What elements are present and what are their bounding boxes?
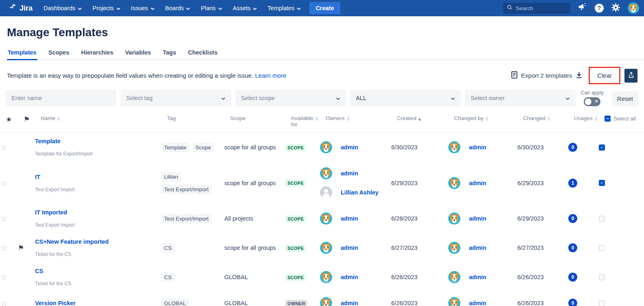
tab-variables[interactable]: Variables [124,49,152,59]
clear-button[interactable]: Clear [591,69,618,82]
megaphone-icon[interactable] [578,3,587,13]
tag-cell: Test Export/Import [161,214,224,223]
header-changed-by[interactable]: Changed by [450,115,523,121]
nav-item-dashboards[interactable]: Dashboards [38,0,87,16]
header-changed[interactable]: Changed [523,115,574,121]
star-filled-icon[interactable]: ★ [6,115,24,124]
template-description: Ticket for the CS [35,281,161,286]
type-filter-select[interactable]: ALL [350,90,461,106]
tag-chip: Scope [193,143,214,152]
nav-item-plans[interactable]: Plans [195,0,227,16]
dog-avatar [320,297,332,306]
changed-by-link[interactable]: admin [469,144,486,151]
available-for-cell: SCOPE [285,244,316,252]
row-checkbox-unchecked[interactable] [599,245,605,251]
help-icon[interactable]: ? [595,4,604,13]
page-title: Manage Templates [7,26,644,39]
changed-by-cell: admin [444,212,517,225]
tab-hierarchies[interactable]: Hierarchies [80,49,114,59]
tab-tags[interactable]: Tags [162,49,177,59]
name-filter-input[interactable] [6,90,116,106]
owner-filter-select[interactable]: Select owner [465,90,576,106]
template-name-link[interactable]: Template [35,138,161,144]
chevron-down-icon [218,5,222,11]
changed-by-link[interactable]: admin [469,245,486,251]
template-name-link[interactable]: Version Picker [35,300,161,306]
star-outline-icon[interactable]: ☆ [0,243,18,253]
star-outline-icon[interactable]: ☆ [0,142,18,152]
changed-by-link[interactable]: admin [469,300,486,306]
document-icon [511,71,518,80]
star-outline-icon[interactable]: ☆ [0,272,18,282]
template-name-link[interactable]: CS [35,268,161,274]
tag-cell: Template Scope [161,143,224,152]
changed-by-cell: admin [444,177,517,189]
chevron-down-icon [186,5,190,11]
star-outline-icon[interactable]: ☆ [0,298,18,306]
header-available-for[interactable]: Available for [291,115,322,127]
share-button[interactable] [624,69,637,83]
reset-button[interactable]: Reset [612,91,638,106]
header-owners[interactable]: Owners [322,115,397,121]
changed-by-link[interactable]: admin [469,180,486,186]
star-outline-icon[interactable]: ☆ [0,178,18,188]
tag-chip: CS [161,273,175,282]
header-usages[interactable]: Usages [574,115,605,121]
nav-item-issues[interactable]: Issues [126,0,160,16]
owner-link[interactable]: admin [341,245,358,251]
owner-link[interactable]: admin [341,215,358,222]
row-checkbox-checked[interactable]: ✓ [599,144,605,151]
table-row: ☆ IT Imported Test Export Import Test Ex… [0,204,644,233]
learn-more-link[interactable]: Learn more [255,72,287,79]
scope-badge: SCOPE [285,215,306,223]
name-cell: IT Test Export Import [35,174,161,192]
template-description: Template for Export/Import [35,151,161,157]
header-created[interactable]: Created [397,115,450,121]
toggle-knob [585,98,591,105]
tag-filter-select[interactable]: Select tag [120,90,231,106]
nav-item-boards[interactable]: Boards [160,0,196,16]
row-checkbox-checked[interactable]: ✓ [599,180,605,186]
row-checkbox-unchecked[interactable] [599,274,605,280]
template-name-link[interactable]: CS+New Feature imported [35,238,161,245]
tab-scopes[interactable]: Scopes [48,49,70,59]
flag-icon[interactable]: ⚑ [24,115,41,124]
owner-link[interactable]: admin [341,170,358,177]
star-outline-icon[interactable]: ☆ [0,214,18,223]
scope-filter-select[interactable]: Select scope [235,90,346,106]
jira-logo[interactable]: Jira [5,3,38,14]
global-search[interactable] [503,3,570,14]
nav-item-templates[interactable]: Templates [262,0,306,16]
owner-link[interactable]: admin [341,300,358,306]
changed-by-link[interactable]: admin [469,274,486,280]
available-for-cell: SCOPE [285,179,316,187]
tab-checklists[interactable]: Checklists [187,49,219,59]
owner-link[interactable]: Lillian Ashley [341,189,379,196]
header-name[interactable]: Name [41,115,167,121]
owner-link[interactable]: admin [341,144,358,151]
owner-link[interactable]: admin [341,274,358,280]
export-templates-button[interactable]: Export 2 templates [511,71,583,80]
header-tag: Tag [167,115,230,121]
created-cell: 6/27/2023 [391,245,444,251]
create-button[interactable]: Create [309,2,340,14]
tag-cell: CS [161,243,224,253]
can-apply-toggle[interactable]: × [584,97,600,106]
template-name-link[interactable]: IT Imported [35,209,161,216]
template-description: Ticket for the CS [35,251,161,257]
row-checkbox-unchecked[interactable] [599,300,605,306]
nav-item-projects[interactable]: Projects [87,0,125,16]
tab-templates[interactable]: Templates [7,49,37,59]
chevron-down-icon [221,95,226,101]
search-input[interactable] [516,5,565,11]
template-name-link[interactable]: IT [35,174,161,180]
changed-by-link[interactable]: admin [469,215,486,222]
top-nav: Jira Dashboards Projects Issues Boards P… [0,0,644,16]
dog-avatar [448,141,460,153]
created-cell: 6/29/2023 [391,180,444,186]
select-all-checkbox[interactable]: – [605,116,611,122]
user-avatar[interactable] [628,2,639,14]
nav-item-assets[interactable]: Assets [228,0,263,16]
row-checkbox-unchecked[interactable] [599,216,605,222]
gear-icon[interactable] [611,3,620,14]
